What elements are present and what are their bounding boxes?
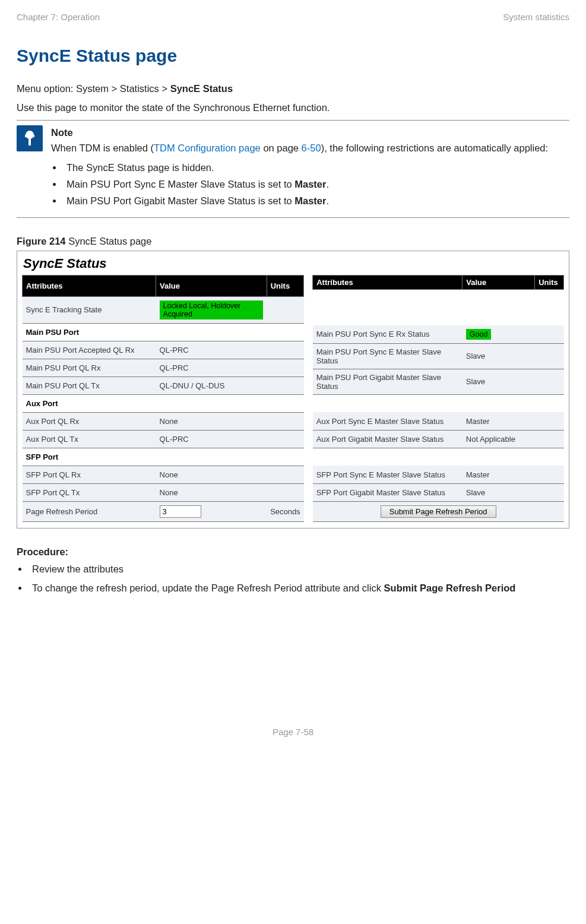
empty-row: [313, 448, 564, 466]
note-body: Note When TDM is enabled (TDM Configurat…: [51, 125, 548, 213]
col-attributes: Attributes: [313, 276, 463, 290]
figure-panel: SyncE Status Attributes Value Units Sync…: [17, 251, 569, 529]
units-cell: [267, 430, 304, 448]
value-cell: Slave: [463, 343, 535, 369]
note-label: Note: [51, 125, 548, 141]
menu-path-prefix: Menu option: System > Statistics >: [17, 83, 170, 94]
refresh-units: Seconds: [267, 501, 304, 521]
page-refresh-input[interactable]: [160, 505, 201, 518]
menu-path-current: SyncE Status: [170, 83, 233, 94]
table-row: Aux Port Gigabit Master Slave StatusNot …: [313, 430, 564, 448]
table-row: SFP Port QL RxNone: [23, 466, 304, 483]
bullet-text: Main PSU Port Sync E Master Slave Status…: [66, 179, 294, 189]
table-row: SFP Port Sync E Master Slave StatusMaste…: [313, 466, 564, 483]
table-row: Main PSU Port Accepted QL RxQL-PRC: [23, 341, 304, 359]
value-cell: Master: [463, 412, 535, 430]
value-cell: Good: [463, 325, 535, 344]
submit-cell: Submit Page Refresh Period: [313, 501, 564, 521]
note-bullet-list: The SyncE Status page is hidden. Main PS…: [63, 159, 548, 209]
item-text: To change the refresh period, update the…: [32, 583, 384, 593]
section-row: SFP Port: [23, 448, 304, 466]
attr-cell: Main PSU Port Sync E Rx Status: [313, 325, 463, 344]
section-label: Aux Port: [23, 394, 304, 412]
procedure-heading: Procedure:: [17, 546, 569, 558]
panel-title: SyncE Status: [23, 256, 564, 271]
empty-row: [313, 290, 564, 308]
units-cell: [267, 483, 304, 501]
col-attributes: Attributes: [23, 276, 156, 297]
units-cell: [267, 359, 304, 376]
value-cell: QL-PRC: [156, 430, 267, 448]
procedure-list: Review the attributes To change the refr…: [20, 561, 569, 596]
attr-cell: Aux Port QL Tx: [23, 430, 156, 448]
units-cell: [535, 466, 564, 483]
page-title: SyncE Status page: [17, 46, 569, 66]
section-row: Aux Port: [23, 394, 304, 412]
table-row: Aux Port Sync E Master Slave StatusMaste…: [313, 412, 564, 430]
units-cell: [535, 430, 564, 448]
page-footer: Page 7-58: [17, 727, 569, 737]
attr-cell: Main PSU Port QL Tx: [23, 376, 156, 394]
table-row: Main PSU Port Gigabit Master Slave Statu…: [313, 369, 564, 394]
units-cell: [267, 376, 304, 394]
value-cell: Master: [463, 466, 535, 483]
status-table-right: Attributes Value Units Main PSU Port Syn…: [312, 275, 564, 522]
empty-row: [313, 394, 564, 412]
svg-rect-1: [28, 137, 31, 145]
col-units: Units: [535, 276, 564, 290]
attr-cell: Main PSU Port Sync E Master Slave Status: [313, 343, 463, 369]
bullet-bold: Master: [294, 179, 326, 189]
status-tables: Attributes Value Units Sync E Tracking S…: [22, 275, 564, 522]
bullet-text: Main PSU Port Gigabit Master Slave Statu…: [66, 195, 294, 206]
submit-refresh-button[interactable]: Submit Page Refresh Period: [381, 505, 496, 518]
status-badge: Good: [466, 329, 492, 340]
divider: [17, 217, 569, 218]
table-row: Main PSU Port QL RxQL-PRC: [23, 359, 304, 376]
table-row: Aux Port QL RxNone: [23, 412, 304, 430]
note-text: ), the following restrictions are automa…: [321, 143, 548, 153]
note-line: When TDM is enabled (TDM Configuration p…: [51, 141, 548, 156]
attr-cell: Main PSU Port Gigabit Master Slave Statu…: [313, 369, 463, 394]
refresh-row: Page Refresh Period Seconds: [23, 501, 304, 521]
units-cell: [267, 341, 304, 359]
menu-path: Menu option: System > Statistics > SyncE…: [17, 81, 569, 97]
table-row: SFP Port QL TxNone: [23, 483, 304, 501]
units-cell: [267, 412, 304, 430]
note-text: When TDM is enabled (: [51, 143, 154, 153]
value-cell: Slave: [463, 369, 535, 394]
submit-row: Submit Page Refresh Period: [313, 501, 564, 521]
note-text: on page: [261, 143, 302, 153]
bullet-text: .: [326, 195, 329, 206]
divider: [17, 120, 569, 121]
units-cell: [267, 466, 304, 483]
note-bullet: Main PSU Port Gigabit Master Slave Statu…: [63, 192, 548, 209]
attr-cell: SFP Port Gigabit Master Slave Status: [313, 483, 463, 501]
status-table-left: Attributes Value Units Sync E Tracking S…: [22, 275, 304, 522]
header-right: System statistics: [503, 12, 569, 22]
attr-cell: Main PSU Port QL Rx: [23, 359, 156, 376]
procedure-block: Procedure: Review the attributes To chan…: [17, 546, 569, 596]
table-row: Aux Port QL TxQL-PRC: [23, 430, 304, 448]
bullet-text: .: [326, 179, 329, 189]
table-row: Main PSU Port Sync E Rx Status Good: [313, 325, 564, 344]
figure-title: SyncE Status page: [66, 236, 152, 246]
svg-rect-2: [25, 135, 34, 137]
item-text: Review the attributes: [32, 564, 123, 574]
note-block: Note When TDM is enabled (TDM Configurat…: [17, 125, 569, 213]
attr-cell: Sync E Tracking State: [23, 296, 156, 323]
procedure-item: Review the attributes: [28, 561, 569, 577]
section-label: SFP Port: [23, 448, 304, 466]
attr-cell: Main PSU Port Accepted QL Rx: [23, 341, 156, 359]
page-ref-link[interactable]: 6-50: [302, 143, 321, 153]
note-pin-icon: [17, 125, 43, 151]
attr-cell: Aux Port QL Rx: [23, 412, 156, 430]
procedure-item: To change the refresh period, update the…: [28, 580, 569, 596]
units-cell: [535, 483, 564, 501]
table-header-row: Attributes Value Units: [313, 276, 564, 290]
value-cell: None: [156, 483, 267, 501]
units-cell: [535, 412, 564, 430]
tdm-config-link[interactable]: TDM Configuration page: [154, 143, 261, 153]
section-row: Main PSU Port: [23, 323, 304, 341]
empty-row: [313, 308, 564, 325]
intro-text: Use this page to monitor the state of th…: [17, 100, 569, 116]
